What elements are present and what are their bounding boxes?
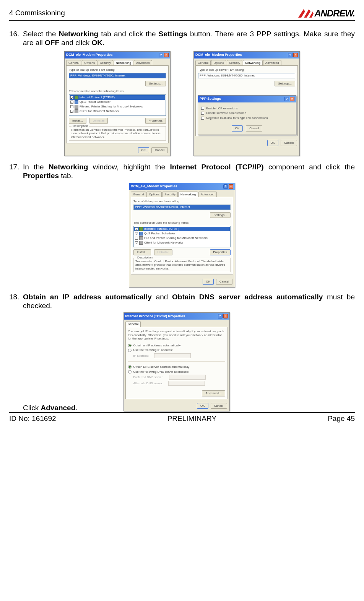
client-icon [75,109,78,113]
dns-auto-radio[interactable] [128,365,132,369]
footer-status: PRELIMINARY [167,414,216,423]
page-header: 4 Commissioning ANDREW. [9,8,355,21]
ip-intro-text: You can get IP settings assigned automat… [128,330,225,341]
help-icon[interactable]: ? [284,97,289,101]
tab-networking[interactable]: Networking [243,60,263,66]
ok-button[interactable]: OK [267,140,279,146]
dns-alt-field [168,381,205,386]
logo-mark-icon [297,8,314,19]
step-16-images: DCM_ele_Modem Properties ? × General Opt… [9,51,355,156]
tab-options[interactable]: Options [211,60,226,66]
dialog-title: DCM_ele_Modem Properties [66,53,113,57]
close-icon[interactable]: × [290,97,294,101]
components-list[interactable]: Internet Protocol (TCP/IP) QoS Packet Sc… [69,94,166,116]
protocol-icon [75,96,78,99]
client-icon [139,241,143,245]
close-icon[interactable]: × [293,53,298,57]
close-icon[interactable]: × [223,314,228,318]
cancel-button[interactable]: Cancel [151,147,168,153]
tab-general[interactable]: General [66,60,81,66]
dialog-tabs: General Options Security Networking Adva… [65,58,170,66]
components-list[interactable]: Internet Protocol (TCP/IP) QoS Packet Sc… [133,226,231,247]
step-17-image: DCM_ele_Modem Properties ? × General Opt… [9,183,355,288]
ok-button[interactable]: OK [203,279,214,285]
close-icon[interactable]: × [164,53,169,57]
cancel-button[interactable]: Cancel [216,279,232,285]
share-icon [75,105,78,109]
tcpip-properties-dialog: Internet Protocol (TCP/IP) Properties ? … [123,312,230,411]
protocol-icon [139,227,143,231]
help-icon[interactable]: ? [288,53,292,57]
step-body: In the Networking window, highlight the … [23,163,355,180]
ok-button[interactable]: OK [232,125,243,132]
click-advanced-text: Click Advanced. [9,404,78,413]
tab-security[interactable]: Security [227,60,242,66]
footer-id: ID No: 161692 [9,414,56,423]
lcp-checkbox[interactable] [201,107,204,110]
uninstall-button[interactable]: Uninstall [154,249,173,255]
step-number: 17. [9,163,23,180]
brand-logo: ANDREW. [297,8,355,19]
step-number: 16. [9,30,23,47]
step-body: Select the Networking tab and click the … [23,30,355,47]
help-icon[interactable]: ? [223,184,228,189]
step-number: 18. [9,293,23,310]
close-icon[interactable]: × [229,184,233,189]
qos-icon [75,100,78,104]
settings-button[interactable]: Settings... [275,81,295,87]
ip-manual-radio[interactable] [128,349,132,352]
tab-security[interactable]: Security [98,60,113,66]
dns-manual-radio[interactable] [128,370,132,374]
tab-advanced[interactable]: Advanced [134,60,152,66]
dialog-titlebar: DCM_ele_Modem Properties ? × [65,52,170,58]
dialog-titlebar: DCM_ele_Modem Properties ? × [194,52,299,58]
tab-options[interactable]: Options [82,60,97,66]
server-type-combo[interactable]: PPP: Windows 95/98/NT4/2000, Internet [69,73,166,78]
dns-pref-field [169,375,206,380]
modem-properties-dialog-1: DCM_ele_Modem Properties ? × General Opt… [64,51,171,156]
ok-button[interactable]: OK [197,403,208,409]
properties-button[interactable]: Properties [210,249,231,255]
qos-icon [139,232,143,236]
step-18: 18. Obtain an IP address automatically a… [9,293,355,310]
description-text: Transmission Control Protocol/Internet P… [71,128,164,139]
uses-label: This connection uses the following items… [69,89,166,93]
help-icon[interactable]: ? [218,314,223,318]
tab-general[interactable]: General [125,321,141,327]
step-17: 17. In the Networking window, highlight … [9,163,355,180]
logo-text: ANDREW. [314,8,355,19]
share-icon [139,236,143,240]
tab-advanced[interactable]: Advanced [263,60,281,66]
footer-page: Page 45 [328,414,355,423]
properties-button[interactable]: Properties [145,118,166,124]
install-button[interactable]: Install... [69,118,86,124]
ip-address-field [154,353,191,358]
dialog-title: DCM_ele_Modem Properties [195,53,242,57]
advanced-button[interactable]: Advanced... [202,390,225,396]
ppp-settings-dialog: PPP Settings ? × Enable LCP extensions E… [198,95,296,135]
cancel-button[interactable]: Cancel [281,140,297,146]
compression-checkbox[interactable] [201,112,204,115]
section-label: 4 Commissioning [9,9,65,19]
step-body: Obtain an IP address automatically and O… [23,293,355,310]
modem-properties-dialog-3: DCM_ele_Modem Properties ? × General Opt… [129,183,235,288]
step-16: 16. Select the Networking tab and click … [9,30,355,47]
cancel-button[interactable]: Cancel [211,403,227,409]
uninstall-button[interactable]: Uninstall [89,118,108,124]
modem-properties-dialog-2: DCM_ele_Modem Properties ? × General Opt… [193,51,300,156]
cancel-button[interactable]: Cancel [246,125,262,132]
settings-button[interactable]: Settings... [145,81,166,87]
tab-networking[interactable]: Networking [114,60,133,66]
install-button[interactable]: Install... [133,249,151,255]
page-footer: ID No: 161692 PRELIMINARY Page 45 [9,412,355,423]
help-icon[interactable]: ? [159,53,163,57]
tab-general[interactable]: General [195,60,211,66]
ok-button[interactable]: OK [138,147,150,153]
multilink-checkbox[interactable] [201,117,204,120]
type-label: Type of dial-up server I am calling: [69,68,166,72]
settings-button[interactable]: Settings... [210,212,231,218]
ip-auto-radio[interactable] [128,344,132,347]
